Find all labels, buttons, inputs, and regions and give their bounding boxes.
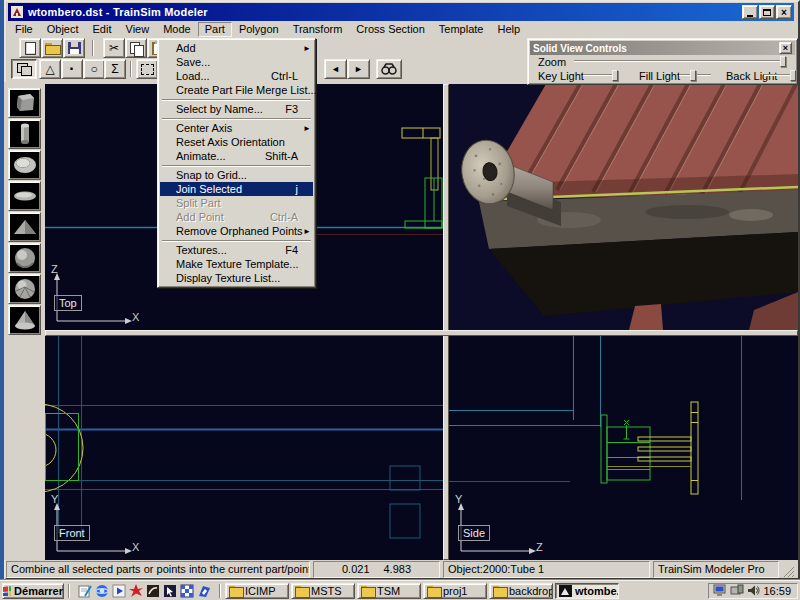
svc-close-button[interactable]: × (779, 42, 792, 54)
viewport-side[interactable]: Y Side Z (449, 336, 798, 560)
viewport-splitter-horizontal[interactable] (45, 330, 798, 336)
svc-title-bar[interactable]: Solid View Controls × (530, 41, 795, 55)
axis-label-horizontal: X (132, 311, 139, 323)
tool-disc-button[interactable] (8, 181, 41, 211)
menu-item-add-point[interactable]: Add Point Ctrl-A (160, 210, 313, 224)
menubar-item-cross-section[interactable]: Cross Section (349, 22, 431, 37)
task-button-wtombero[interactable]: wtombe... (555, 583, 619, 599)
task-button-tsm[interactable]: TSM (357, 583, 421, 599)
zoom-slider[interactable] (574, 55, 786, 67)
task-button-icimp[interactable]: ICIMP (225, 583, 289, 599)
tool-box-button[interactable] (8, 88, 41, 118)
show-desktop-icon[interactable] (78, 584, 92, 598)
slider-thumb[interactable] (790, 70, 796, 81)
previous-button[interactable]: ◄ (324, 59, 347, 79)
cut-icon: ✂ (109, 42, 119, 54)
slider-thumb[interactable] (690, 70, 696, 81)
back-light-slider[interactable] (764, 69, 794, 81)
circle-icon: ○ (90, 63, 97, 75)
save-button[interactable] (63, 38, 85, 58)
overlap-select-button[interactable] (11, 59, 37, 79)
fill-light-slider[interactable] (679, 69, 711, 81)
task-button-backdrop[interactable]: backdrop (489, 583, 553, 599)
task-button-proj1[interactable]: proj1 (423, 583, 487, 599)
viewport-splitter-vertical[interactable] (443, 84, 449, 560)
next-button[interactable]: ► (347, 59, 370, 79)
start-button[interactable]: Démarrer (2, 583, 64, 599)
taskbar-separator (219, 584, 221, 598)
tool-sphere-button[interactable] (8, 243, 41, 273)
circle-mode-button[interactable]: ○ (83, 59, 105, 79)
tool-geosphere-button[interactable] (8, 274, 41, 304)
windows-logo-icon (3, 585, 11, 596)
new-button[interactable] (19, 38, 41, 58)
cut-button[interactable]: ✂ (103, 38, 125, 58)
tool-cone-button[interactable] (8, 305, 41, 335)
menubar-item-edit[interactable]: Edit (86, 22, 119, 37)
tool-ellipse-button[interactable] (8, 150, 41, 180)
menu-item-center-axis[interactable]: Center Axis ► (160, 121, 313, 135)
minimize-button[interactable] (742, 5, 758, 19)
find-button[interactable] (376, 59, 402, 79)
paint-app-icon[interactable] (197, 584, 211, 598)
starburst-app-icon[interactable] (129, 584, 143, 598)
box-icon (10, 90, 39, 116)
media-player-icon[interactable] (112, 584, 126, 598)
menubar-item-view[interactable]: View (119, 22, 157, 37)
close-button[interactable]: × (776, 5, 792, 19)
submenu-arrow-icon: ► (303, 44, 311, 53)
primitive-toolbar (4, 82, 45, 560)
sphere-icon (10, 245, 39, 271)
menu-item-select-by-name[interactable]: Select by Name... F3 (160, 102, 313, 116)
menu-item-load[interactable]: Load... Ctrl-L (160, 69, 313, 83)
menubar-item-transform[interactable]: Transform (286, 22, 350, 37)
maximize-button[interactable] (759, 5, 775, 19)
tool-wedge-button[interactable] (8, 212, 41, 242)
open-button[interactable] (41, 38, 63, 58)
sigma-button[interactable]: Σ (104, 59, 126, 79)
menubar-item-part[interactable]: Part (198, 22, 232, 37)
status-object-info: Object:2000:Tube 1 (443, 561, 650, 578)
menubar-item-help[interactable]: Help (490, 22, 527, 37)
status-bar: Combine all selected parts or points int… (6, 561, 796, 578)
volume-tray-icon[interactable] (747, 584, 760, 597)
tool-cylinder-button[interactable] (8, 119, 41, 149)
copy-button[interactable] (125, 38, 147, 58)
viewport-3d[interactable] (449, 84, 798, 330)
menubar-item-polygon[interactable]: Polygon (232, 22, 286, 37)
marquee-select-button[interactable] (136, 59, 158, 79)
resize-grip[interactable] (782, 563, 794, 578)
menu-item-reset-axis-orientation[interactable]: Reset Axis Orientation (160, 135, 313, 149)
internet-explorer-icon[interactable] (95, 584, 109, 598)
menubar-item-object[interactable]: Object (40, 22, 86, 37)
key-light-slider[interactable] (583, 69, 617, 81)
menubar-item-mode[interactable]: Mode (156, 22, 198, 37)
menubar-item-file[interactable]: File (8, 22, 40, 37)
hardware-tray-icon[interactable] (730, 584, 744, 597)
grid-app-icon[interactable] (180, 584, 194, 598)
task-button-msts[interactable]: MSTS (291, 583, 355, 599)
menu-item-create-part-file-merge-list[interactable]: Create Part File Merge List... (160, 83, 313, 97)
picker-app-icon[interactable] (163, 584, 177, 598)
menu-item-add[interactable]: Add ► (160, 41, 313, 55)
menu-item-display-texture-list[interactable]: Display Texture List... (160, 271, 313, 285)
menu-item-make-texture-template[interactable]: Make Texture Template... (160, 257, 313, 271)
binoculars-icon (381, 63, 397, 75)
slider-thumb[interactable] (780, 56, 786, 67)
triangle-mode-button[interactable]: △ (39, 59, 61, 79)
menu-item-animate[interactable]: Animate... Shift-A (160, 149, 313, 163)
menu-item-join-selected[interactable]: Join Selected j (160, 182, 313, 196)
geosphere-icon (10, 276, 39, 302)
photo-app-icon[interactable] (146, 584, 160, 598)
display-tray-icon[interactable] (713, 584, 727, 597)
menu-item-split-part[interactable]: Split Part (160, 196, 313, 210)
menu-item-snap-to-grid[interactable]: Snap to Grid... (160, 168, 313, 182)
point-mode-button[interactable]: · (61, 59, 83, 79)
menu-item-save[interactable]: Save... (160, 55, 313, 69)
viewport-front[interactable]: Y Front X (45, 336, 443, 560)
menu-item-textures[interactable]: Textures... F4 (160, 243, 313, 257)
slider-thumb[interactable] (612, 70, 618, 81)
point-icon: · (69, 61, 74, 77)
menubar-item-template[interactable]: Template (432, 22, 491, 37)
menu-item-remove-orphaned-points[interactable]: Remove Orphaned Points ► (160, 224, 313, 238)
